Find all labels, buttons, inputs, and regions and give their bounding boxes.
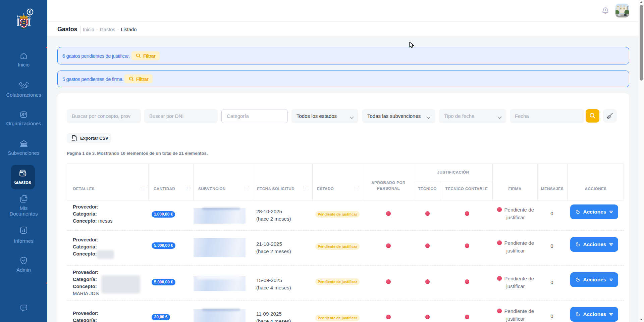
svg-text:csv: csv <box>72 139 75 141</box>
svg-text:€: € <box>29 10 31 14</box>
